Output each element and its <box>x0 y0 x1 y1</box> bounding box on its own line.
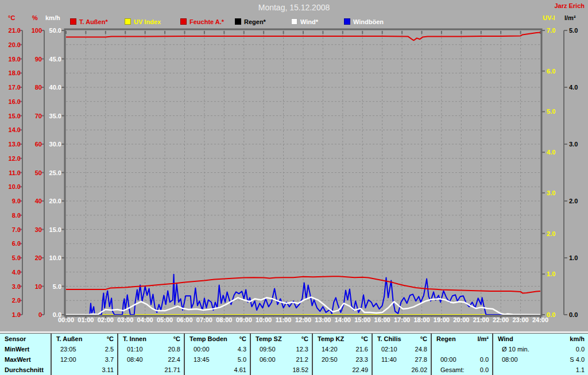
svg-text:10: 10 <box>35 283 42 290</box>
table-cell-value: 23.3 <box>356 354 372 365</box>
svg-text:17:00: 17:00 <box>394 316 410 323</box>
svg-text:13:00: 13:00 <box>315 316 331 323</box>
svg-text:5.0: 5.0 <box>547 108 555 115</box>
table-row-label: MinWert <box>0 344 29 354</box>
table-cell-time: 12:00 <box>52 354 76 365</box>
table-column-name: T. Chilis <box>373 334 401 344</box>
svg-text:90: 90 <box>35 56 42 63</box>
table-cell-value: 21.6 <box>356 344 372 354</box>
table-cell-time: 00:00 <box>432 354 457 365</box>
table-column-unit: l/m² <box>477 334 492 344</box>
svg-text:5.0: 5.0 <box>569 27 578 34</box>
svg-text:1.0: 1.0 <box>12 311 21 318</box>
table-cell-time: 00:00 <box>185 344 210 354</box>
stats-table: SensorMinWertMaxWertDurchschnittT. Außen… <box>0 333 588 375</box>
gridlines <box>66 30 540 315</box>
table-cell-time: 13:45 <box>185 354 210 365</box>
table-cell-time: 08:40 <box>118 354 143 365</box>
svg-text:6.0: 6.0 <box>547 68 555 75</box>
svg-text:13.0: 13.0 <box>9 141 21 148</box>
table-cell-value: 2.5 <box>105 344 117 354</box>
svg-text:50.0: 50.0 <box>49 27 61 34</box>
svg-text:15.0: 15.0 <box>9 113 21 119</box>
table-cell-time <box>313 365 322 375</box>
table-cell-value: 4.3 <box>238 344 250 354</box>
svg-text:40: 40 <box>35 198 42 204</box>
table-cell-value: 24.8 <box>415 344 431 354</box>
table-cell-value: 21.2 <box>296 354 312 365</box>
svg-text:00:00: 00:00 <box>58 316 74 323</box>
svg-text:12:00: 12:00 <box>295 316 311 323</box>
table-column-unit: °C <box>301 334 312 344</box>
table-sensor-column: SensorMinWertMaxWertDurchschnitt <box>0 334 51 375</box>
table-cell-time: 23:05 <box>52 344 76 354</box>
table-cell-time <box>373 365 381 375</box>
series-Wind* <box>66 297 540 315</box>
svg-text:0.0: 0.0 <box>569 311 578 318</box>
svg-text:25.0: 25.0 <box>49 169 61 176</box>
svg-text:19.0: 19.0 <box>9 56 21 63</box>
table-cell-time: 11:40 <box>373 354 397 365</box>
svg-text:14.0: 14.0 <box>9 126 21 133</box>
svg-text:3.0: 3.0 <box>569 141 578 148</box>
table-column-name: Temp KZ <box>313 334 344 344</box>
x-axis-labels: 00:0001:0002:0003:0004:0005:0006:0007:00… <box>58 316 548 323</box>
svg-text:12.0: 12.0 <box>9 155 21 162</box>
table-column-T. Innen: T. Innen°C01:1020.808:4022.421.71 <box>117 334 184 375</box>
svg-text:17.0: 17.0 <box>9 84 21 91</box>
weather-app-window: Montag, 15.12.2008 Jarz Erich °C % km/h … <box>0 0 588 375</box>
table-cell-value: 26.02 <box>411 365 431 375</box>
table-cell-time: 14:20 <box>313 344 338 354</box>
table-column-unit: km/h <box>570 334 588 344</box>
svg-text:11.0: 11.0 <box>9 169 21 176</box>
table-column-T. Chilis: T. Chilis°C02:1024.811:4027.826.02 <box>372 334 431 375</box>
table-cell-time: 09:50 <box>251 344 276 354</box>
table-column-unit: °C <box>239 334 250 344</box>
axis-lm2: 5.04.03.02.01.00.0 <box>564 27 578 318</box>
svg-text:4.0: 4.0 <box>12 269 21 276</box>
svg-text:05:00: 05:00 <box>157 316 173 323</box>
svg-text:20: 20 <box>35 254 42 261</box>
table-column-Temp SZ: Temp SZ°C09:5012.306:0021.218.52 <box>250 334 312 375</box>
table-cell-time: 01:10 <box>118 344 143 354</box>
table-cell-time <box>185 365 194 375</box>
table-cell-time <box>251 365 260 375</box>
svg-text:9.0: 9.0 <box>12 198 21 204</box>
svg-text:09:00: 09:00 <box>236 316 252 323</box>
svg-text:4.0: 4.0 <box>547 149 555 156</box>
table-column-name: T. Außen <box>52 334 82 344</box>
table-column-Temp KZ: Temp KZ°C14:2021.620:5023.322.49 <box>312 334 372 375</box>
svg-text:70: 70 <box>35 113 42 119</box>
weather-chart: 21.020.019.018.017.016.015.014.013.012.0… <box>0 0 588 332</box>
svg-text:45.0: 45.0 <box>49 56 61 63</box>
table-cell-time <box>493 365 502 375</box>
svg-text:10.0: 10.0 <box>49 254 61 261</box>
svg-text:4.0: 4.0 <box>569 84 578 91</box>
svg-text:19:00: 19:00 <box>434 316 450 323</box>
table-cell-value: 1.1 <box>576 365 588 375</box>
svg-text:0: 0 <box>38 311 42 318</box>
svg-text:3.0: 3.0 <box>12 283 21 290</box>
svg-text:1.0: 1.0 <box>547 270 555 277</box>
svg-text:15.0: 15.0 <box>49 226 61 233</box>
svg-text:03:00: 03:00 <box>117 316 133 323</box>
table-cell-time <box>432 344 440 354</box>
table-cell-time: 20:50 <box>313 354 338 365</box>
svg-text:80: 80 <box>35 84 42 91</box>
svg-text:1.0: 1.0 <box>569 254 578 261</box>
table-column-Regen: Regenl/m²00:000.0Gesamt:0.0 <box>431 334 492 375</box>
svg-text:50: 50 <box>35 169 42 176</box>
svg-text:10.0: 10.0 <box>9 183 21 190</box>
svg-text:2.0: 2.0 <box>12 297 21 304</box>
svg-text:10:00: 10:00 <box>256 316 272 323</box>
svg-text:18:00: 18:00 <box>413 316 430 323</box>
svg-text:01:00: 01:00 <box>78 316 94 323</box>
svg-text:30: 30 <box>35 226 42 233</box>
table-cell-value: 12.3 <box>296 344 312 354</box>
svg-text:14:00: 14:00 <box>335 316 351 323</box>
table-cell-value: 22.4 <box>168 354 184 365</box>
svg-text:20:00: 20:00 <box>453 316 469 323</box>
table-column-Temp Boden: Temp Boden°C00:004.313:455.04.61 <box>184 334 250 375</box>
table-column-name: Regen <box>432 334 456 344</box>
svg-text:21:00: 21:00 <box>473 316 489 323</box>
